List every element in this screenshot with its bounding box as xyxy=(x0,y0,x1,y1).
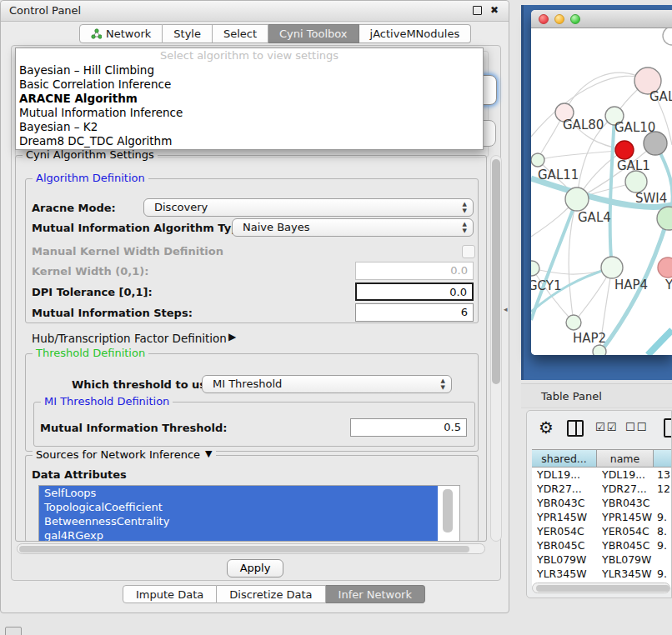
table-row[interactable]: YER054C YER054C 8. xyxy=(532,524,672,538)
settings-horizontal-scrollbar[interactable] xyxy=(17,543,485,554)
network-node-gal1[interactable] xyxy=(625,171,647,192)
tab-impute-data[interactable]: Impute Data xyxy=(123,585,217,603)
network-view-frame: GAL GAL80 GAL10 GAL11 GAL1 SWI4 GAL4 GCY… xyxy=(521,5,672,380)
settings-vertical-scrollbar-thumb[interactable] xyxy=(492,159,500,384)
mi-steps-label: Mutual Information Steps: xyxy=(32,307,193,319)
table-horizontal-scrollbar-thumb[interactable] xyxy=(536,585,669,592)
network-node-gal4[interactable] xyxy=(565,188,589,211)
hub-definition-label: Hub/Transcription Factor Definition xyxy=(32,332,227,345)
zoom-traffic-light-icon[interactable] xyxy=(570,14,580,24)
node-label: GAL xyxy=(649,89,672,104)
cyni-algorithm-settings-title: Cyni Algorithm Settings xyxy=(23,148,158,161)
network-node-red[interactable] xyxy=(615,141,634,159)
node-label: Y xyxy=(664,278,672,292)
network-icon xyxy=(91,28,102,39)
dropdown-item[interactable]: Bayesian – K2 xyxy=(16,120,483,134)
kernel-width-label: Kernel Width (0,1): xyxy=(32,265,148,278)
network-node-green-right[interactable] xyxy=(657,207,672,230)
network-node-labels: GAL GAL80 GAL10 GAL11 GAL1 SWI4 GAL4 GCY… xyxy=(531,89,672,346)
dpi-tolerance-field[interactable]: 0.0 xyxy=(355,282,474,301)
mi-threshold-field[interactable]: 0.5 xyxy=(350,418,467,437)
list-item[interactable]: gal4RGexp xyxy=(39,528,438,542)
network-node[interactable] xyxy=(663,28,672,45)
mi-threshold-group-title: MI Threshold Definition xyxy=(41,395,173,408)
table-row[interactable]: YPR145W YPR145W 9. xyxy=(532,510,672,524)
tab-cyni-toolbox[interactable]: Cyni Toolbox xyxy=(268,24,359,43)
tab-infer-network[interactable]: Infer Network xyxy=(326,585,425,603)
tab-network-label: Network xyxy=(106,24,151,43)
mi-algorithm-type-combobox[interactable]: Naive Bayes ▲▼ xyxy=(232,218,474,237)
close-traffic-light-icon[interactable] xyxy=(539,14,549,24)
list-item[interactable]: SelfLoops xyxy=(39,486,438,500)
node-label: HAP4 xyxy=(614,278,648,292)
dropdown-item[interactable]: Mutual Information Inference xyxy=(16,106,483,120)
export-table-icon[interactable] xyxy=(664,418,672,438)
apply-button[interactable]: Apply xyxy=(227,559,283,578)
network-node-hap4[interactable] xyxy=(601,257,623,278)
float-window-icon[interactable] xyxy=(473,6,482,15)
table-row[interactable]: YLR345W YLR345W 9. xyxy=(532,567,672,581)
node-label: GCY1 xyxy=(531,278,562,293)
table-row[interactable]: YBR045C YBR045C 9. xyxy=(532,538,672,552)
mi-steps-field[interactable]: 6 xyxy=(355,303,474,322)
network-node[interactable] xyxy=(593,345,606,355)
select-all-checkboxes-icon[interactable]: ☑☑ xyxy=(595,421,618,433)
list-item[interactable]: TopologicalCoefficient xyxy=(39,500,438,514)
aracne-mode-combobox[interactable]: Discovery ▲▼ xyxy=(143,198,474,217)
column-header-name[interactable]: name xyxy=(597,449,654,468)
column-header-shared-name[interactable]: shared... xyxy=(532,449,597,468)
manual-kernel-width-checkbox[interactable] xyxy=(462,245,475,258)
minimize-traffic-light-icon[interactable] xyxy=(554,14,564,24)
table-row[interactable]: YDR27... YDR27... 12 xyxy=(532,482,672,496)
tab-style[interactable]: Style xyxy=(163,24,213,43)
settings-horizontal-scrollbar-thumb[interactable] xyxy=(19,546,469,552)
dropdown-item[interactable]: Basic Correlation Inference xyxy=(16,78,483,92)
dropdown-item[interactable]: Bayesian – Hill Climbing xyxy=(16,63,483,78)
dropdown-item-selected[interactable]: ARACNE Algorithm xyxy=(16,92,483,106)
node-label: SWI4 xyxy=(635,191,667,206)
data-attributes-list[interactable]: SelfLoops TopologicalCoefficient Between… xyxy=(38,485,460,542)
network-node-pink[interactable] xyxy=(658,258,672,278)
dropdown-item[interactable]: Dream8 DC_TDC Algorithm xyxy=(16,134,483,148)
data-attributes-label: Data Attributes xyxy=(32,468,127,481)
network-node-gcy1[interactable] xyxy=(531,261,539,276)
table-horizontal-scrollbar[interactable] xyxy=(532,582,670,593)
table-row[interactable]: YDL19... YDL19... 13 xyxy=(532,468,672,482)
gear-icon[interactable]: ⚙ xyxy=(539,418,554,438)
algorithm-definition-title: Algorithm Definition xyxy=(33,172,148,184)
panel-divider-handle[interactable]: ◂ xyxy=(504,305,508,313)
tab-discretize-data[interactable]: Discretize Data xyxy=(217,585,325,603)
network-node-gal11[interactable] xyxy=(531,153,544,167)
threshold-definition-title: Threshold Definition xyxy=(33,347,148,359)
network-window[interactable]: GAL GAL80 GAL10 GAL11 GAL1 SWI4 GAL4 GCY… xyxy=(531,10,672,355)
tab-jactivemnodules[interactable]: jActiveMNodules xyxy=(359,24,472,43)
manual-kernel-width-label: Manual Kernel Width Definition xyxy=(32,245,223,258)
sources-group-title: Sources for Network Inference ▼ xyxy=(33,448,216,461)
which-threshold-label: Which threshold to use: xyxy=(72,378,218,391)
network-window-titlebar[interactable] xyxy=(531,10,672,28)
hub-expand-icon[interactable]: ▶ xyxy=(228,331,236,342)
tab-network[interactable]: Network xyxy=(79,24,163,43)
table-row[interactable]: YBL079W YBL079W xyxy=(532,552,672,567)
list-item[interactable]: BetweennessCentrality xyxy=(39,514,438,528)
network-canvas[interactable]: GAL GAL80 GAL10 GAL11 GAL1 SWI4 GAL4 GCY… xyxy=(531,28,672,355)
settings-vertical-scrollbar[interactable] xyxy=(490,155,502,542)
mi-threshold-label: Mutual Information Threshold: xyxy=(40,422,227,434)
columns-icon[interactable] xyxy=(567,420,584,437)
list-scrollbar-thumb[interactable] xyxy=(443,489,453,532)
deselect-all-checkboxes-icon[interactable]: ☐☐ xyxy=(625,421,648,433)
column-header-partial[interactable] xyxy=(654,449,672,468)
dpi-tolerance-label: DPI Tolerance [0,1]: xyxy=(32,286,153,298)
sources-collapse-icon[interactable]: ▼ xyxy=(205,448,212,461)
algorithm-dropdown-popup: Select algorithm to view settings Bayesi… xyxy=(15,48,484,150)
collapsed-panel-stub[interactable] xyxy=(5,627,22,635)
kernel-width-field[interactable]: 0.0 xyxy=(355,262,474,280)
tab-select[interactable]: Select xyxy=(213,24,268,43)
combo-arrows-icon: ▲▼ xyxy=(463,201,467,214)
which-threshold-combobox[interactable]: MI Threshold ▲▼ xyxy=(202,375,452,393)
table-row[interactable]: YBR043C YBR043C xyxy=(532,496,672,510)
network-node-gray[interactable] xyxy=(644,132,667,155)
control-panel-titlebar[interactable]: Control Panel ✖ xyxy=(1,1,509,22)
network-node-hap2[interactable] xyxy=(566,315,581,330)
close-icon[interactable]: ✖ xyxy=(490,5,499,15)
